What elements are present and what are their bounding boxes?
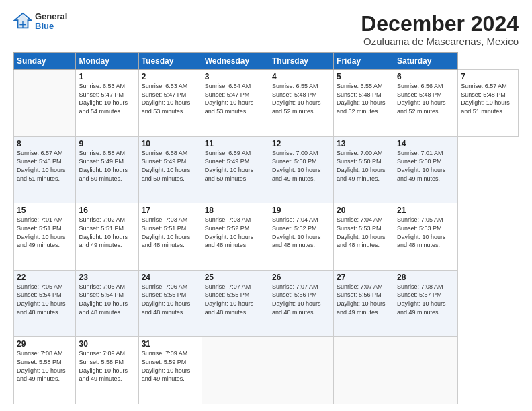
calendar-cell: 8Sunrise: 6:57 AM Sunset: 5:48 PM Daylig…: [14, 136, 76, 203]
title-block: December 2024 Ozuluama de Mascarenas, Me…: [361, 12, 519, 47]
day-detail: Sunrise: 7:04 AM Sunset: 5:52 PM Dayligh…: [272, 216, 330, 249]
calendar-cell: 22Sunrise: 7:05 AM Sunset: 5:54 PM Dayli…: [14, 270, 76, 337]
day-detail: Sunrise: 7:02 AM Sunset: 5:51 PM Dayligh…: [79, 216, 135, 249]
day-number: 4: [272, 72, 330, 81]
calendar-cell: 16Sunrise: 7:02 AM Sunset: 5:51 PM Dayli…: [76, 203, 138, 271]
calendar-subtitle: Ozuluama de Mascarenas, Mexico: [361, 36, 519, 47]
day-detail: Sunrise: 7:03 AM Sunset: 5:51 PM Dayligh…: [142, 216, 199, 249]
calendar-cell: 1Sunrise: 6:53 AM Sunset: 5:47 PM Daylig…: [76, 70, 138, 137]
calendar-cell: 4Sunrise: 6:55 AM Sunset: 5:48 PM Daylig…: [269, 70, 333, 137]
day-number: 22: [17, 273, 73, 282]
calendar-cell: 6Sunrise: 6:56 AM Sunset: 5:48 PM Daylig…: [394, 70, 458, 137]
day-detail: Sunrise: 7:06 AM Sunset: 5:54 PM Dayligh…: [79, 283, 135, 316]
day-number: 19: [272, 205, 330, 215]
page-header: General Blue December 2024 Ozuluama de M…: [13, 12, 519, 47]
calendar-week-row: 8Sunrise: 6:57 AM Sunset: 5:48 PM Daylig…: [14, 136, 519, 203]
calendar-cell: 2Sunrise: 6:53 AM Sunset: 5:47 PM Daylig…: [138, 70, 202, 137]
calendar-cell: 3Sunrise: 6:54 AM Sunset: 5:47 PM Daylig…: [202, 70, 269, 137]
day-number: 20: [337, 205, 391, 215]
day-detail: Sunrise: 6:55 AM Sunset: 5:48 PM Dayligh…: [337, 82, 391, 116]
calendar-cell: 23Sunrise: 7:06 AM Sunset: 5:54 PM Dayli…: [76, 270, 138, 337]
calendar-cell: 9Sunrise: 6:58 AM Sunset: 5:49 PM Daylig…: [76, 136, 138, 203]
logo-general: General: [35, 12, 67, 21]
calendar-cell: 21Sunrise: 7:05 AM Sunset: 5:53 PM Dayli…: [394, 203, 458, 271]
calendar-cell: 24Sunrise: 7:06 AM Sunset: 5:55 PM Dayli…: [138, 270, 202, 337]
day-number: 30: [79, 339, 135, 349]
day-number: 12: [272, 139, 330, 148]
day-detail: Sunrise: 6:58 AM Sunset: 5:49 PM Dayligh…: [142, 149, 199, 183]
calendar-cell: [14, 70, 76, 137]
day-number: 28: [397, 273, 455, 282]
calendar-title: December 2024: [361, 12, 519, 36]
day-number: 9: [79, 139, 135, 148]
day-number: 31: [142, 339, 199, 349]
calendar-cell: 28Sunrise: 7:08 AM Sunset: 5:57 PM Dayli…: [394, 270, 458, 337]
calendar-cell: 20Sunrise: 7:04 AM Sunset: 5:53 PM Dayli…: [334, 203, 394, 271]
calendar-page: General Blue December 2024 Ozuluama de M…: [0, 0, 532, 411]
day-header-friday: Friday: [334, 53, 394, 70]
day-number: 27: [337, 273, 391, 282]
day-detail: Sunrise: 7:01 AM Sunset: 5:50 PM Dayligh…: [397, 149, 455, 183]
calendar-cell: 13Sunrise: 7:00 AM Sunset: 5:50 PM Dayli…: [334, 136, 394, 203]
logo-icon: [13, 12, 32, 31]
calendar-week-row: 29Sunrise: 7:08 AM Sunset: 5:58 PM Dayli…: [14, 337, 519, 404]
day-detail: Sunrise: 7:07 AM Sunset: 5:56 PM Dayligh…: [272, 283, 330, 316]
day-number: 24: [142, 273, 199, 282]
day-number: 5: [337, 72, 391, 81]
calendar-table: SundayMondayTuesdayWednesdayThursdayFrid…: [13, 52, 519, 404]
day-header-saturday: Saturday: [394, 53, 458, 70]
day-number: 23: [79, 273, 135, 282]
calendar-cell: 25Sunrise: 7:07 AM Sunset: 5:55 PM Dayli…: [202, 270, 269, 337]
day-detail: Sunrise: 7:05 AM Sunset: 5:54 PM Dayligh…: [17, 283, 73, 316]
logo: General Blue: [13, 12, 67, 32]
calendar-cell: [269, 337, 333, 404]
day-header-sunday: Sunday: [14, 53, 76, 70]
day-detail: Sunrise: 6:58 AM Sunset: 5:49 PM Dayligh…: [79, 149, 135, 183]
day-detail: Sunrise: 7:09 AM Sunset: 5:59 PM Dayligh…: [142, 349, 199, 383]
day-detail: Sunrise: 7:07 AM Sunset: 5:55 PM Dayligh…: [205, 283, 266, 316]
day-number: 13: [337, 139, 391, 148]
calendar-week-row: 22Sunrise: 7:05 AM Sunset: 5:54 PM Dayli…: [14, 270, 519, 337]
day-header-thursday: Thursday: [269, 53, 333, 70]
day-number: 1: [79, 72, 135, 81]
day-header-wednesday: Wednesday: [202, 53, 269, 70]
day-detail: Sunrise: 6:54 AM Sunset: 5:47 PM Dayligh…: [205, 82, 266, 116]
calendar-week-row: 1Sunrise: 6:53 AM Sunset: 5:47 PM Daylig…: [14, 70, 519, 137]
day-number: 14: [397, 139, 455, 148]
calendar-cell: [202, 337, 269, 404]
day-detail: Sunrise: 7:07 AM Sunset: 5:56 PM Dayligh…: [337, 283, 391, 316]
day-number: 29: [17, 339, 73, 349]
day-detail: Sunrise: 7:03 AM Sunset: 5:52 PM Dayligh…: [205, 216, 266, 249]
day-number: 26: [272, 273, 330, 282]
day-detail: Sunrise: 7:00 AM Sunset: 5:50 PM Dayligh…: [272, 149, 330, 183]
calendar-cell: 7Sunrise: 6:57 AM Sunset: 5:48 PM Daylig…: [458, 70, 519, 137]
day-detail: Sunrise: 7:08 AM Sunset: 5:58 PM Dayligh…: [17, 349, 73, 383]
day-number: 16: [79, 205, 135, 215]
day-number: 6: [397, 72, 455, 81]
calendar-week-row: 15Sunrise: 7:01 AM Sunset: 5:51 PM Dayli…: [14, 203, 519, 271]
calendar-cell: 12Sunrise: 7:00 AM Sunset: 5:50 PM Dayli…: [269, 136, 333, 203]
day-detail: Sunrise: 6:56 AM Sunset: 5:48 PM Dayligh…: [397, 82, 455, 116]
day-number: 15: [17, 205, 73, 215]
calendar-cell: 26Sunrise: 7:07 AM Sunset: 5:56 PM Dayli…: [269, 270, 333, 337]
logo-blue: Blue: [35, 21, 67, 31]
day-number: 11: [205, 139, 266, 148]
day-detail: Sunrise: 6:57 AM Sunset: 5:48 PM Dayligh…: [461, 82, 515, 116]
calendar-cell: 18Sunrise: 7:03 AM Sunset: 5:52 PM Dayli…: [202, 203, 269, 271]
calendar-cell: 29Sunrise: 7:08 AM Sunset: 5:58 PM Dayli…: [14, 337, 76, 404]
day-detail: Sunrise: 6:55 AM Sunset: 5:48 PM Dayligh…: [272, 82, 330, 116]
day-number: 8: [17, 139, 73, 148]
day-detail: Sunrise: 7:09 AM Sunset: 5:58 PM Dayligh…: [79, 349, 135, 383]
day-detail: Sunrise: 7:04 AM Sunset: 5:53 PM Dayligh…: [337, 216, 391, 249]
calendar-header-row: SundayMondayTuesdayWednesdayThursdayFrid…: [14, 53, 519, 70]
day-detail: Sunrise: 7:01 AM Sunset: 5:51 PM Dayligh…: [17, 216, 73, 249]
calendar-cell: 10Sunrise: 6:58 AM Sunset: 5:49 PM Dayli…: [138, 136, 202, 203]
calendar-cell: [334, 337, 394, 404]
day-number: 25: [205, 273, 266, 282]
day-detail: Sunrise: 6:53 AM Sunset: 5:47 PM Dayligh…: [142, 82, 199, 116]
day-detail: Sunrise: 6:59 AM Sunset: 5:49 PM Dayligh…: [205, 149, 266, 183]
calendar-cell: 14Sunrise: 7:01 AM Sunset: 5:50 PM Dayli…: [394, 136, 458, 203]
day-number: 3: [205, 72, 266, 81]
calendar-cell: [394, 337, 458, 404]
calendar-cell: 15Sunrise: 7:01 AM Sunset: 5:51 PM Dayli…: [14, 203, 76, 271]
